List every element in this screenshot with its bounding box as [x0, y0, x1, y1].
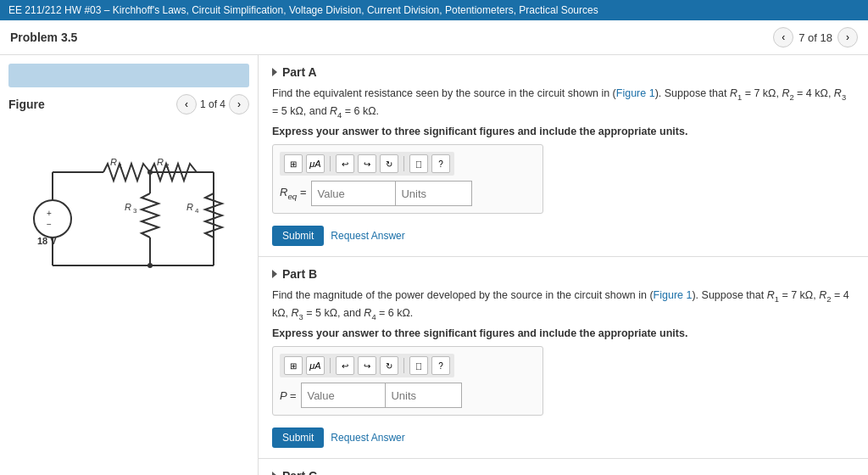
- part-c-title: Part C: [282, 469, 317, 475]
- part-a-request-button[interactable]: Request Answer: [331, 226, 404, 246]
- part-b-actions: Submit Request Answer: [272, 428, 854, 448]
- problem-header: Problem 3.5 ‹ 7 of 18 ›: [0, 20, 868, 55]
- keyboard-btn-a[interactable]: ⎕: [409, 154, 428, 173]
- part-a-toolbar: ⊞ μA ↩ ↪ ↻ ⎕ ?: [280, 152, 454, 176]
- top-nav-bar: EE 211/212 HW #03 – Kirchhoff's Laws, Ci…: [0, 0, 868, 20]
- part-b-header: Part B: [272, 267, 854, 281]
- svg-text:3: 3: [133, 207, 137, 215]
- part-b-units-input[interactable]: [386, 383, 462, 408]
- nav-controls: ‹ 7 of 18 ›: [773, 27, 858, 48]
- part-a-instruction: Express your answer to three significant…: [272, 126, 854, 137]
- figure-next-button[interactable]: ›: [229, 94, 249, 115]
- svg-text:R: R: [186, 202, 193, 212]
- part-b-input-row: P =: [280, 383, 536, 408]
- search-bar: [8, 64, 249, 87]
- svg-text:18 V: 18 V: [37, 236, 57, 246]
- part-b-toolbar: ⊞ μA ↩ ↪ ↻ ⎕ ?: [280, 354, 454, 377]
- part-a-title: Part A: [282, 65, 317, 79]
- part-b-answer-box: ⊞ μA ↩ ↪ ↻ ⎕ ? P =: [272, 346, 543, 416]
- part-c-toggle-icon[interactable]: [272, 472, 277, 475]
- figure-label: Figure: [8, 98, 45, 111]
- svg-text:4: 4: [195, 207, 199, 215]
- part-b-value-input[interactable]: [301, 383, 386, 408]
- part-b-eq-label: P =: [280, 389, 296, 402]
- next-button[interactable]: ›: [837, 27, 858, 48]
- part-a-section: Part A Find the equivalent resistance se…: [259, 55, 868, 257]
- redo-btn-a[interactable]: ↪: [358, 154, 376, 173]
- figure1-link-b[interactable]: Figure 1: [654, 289, 693, 301]
- grid-btn-a[interactable]: ⊞: [284, 154, 303, 173]
- prev-button[interactable]: ‹: [773, 27, 793, 48]
- help-btn-b[interactable]: ?: [431, 356, 450, 375]
- part-b-section: Part B Find the magnitude of the power d…: [259, 257, 868, 459]
- refresh-btn-b[interactable]: ↻: [380, 356, 398, 375]
- svg-text:+: +: [47, 209, 52, 218]
- redo-btn-b[interactable]: ↪: [358, 356, 376, 375]
- refresh-btn-a[interactable]: ↻: [380, 154, 398, 173]
- part-b-title: Part B: [282, 267, 317, 281]
- figure-header: Figure ‹ 1 of 4 ›: [8, 94, 249, 115]
- sep2-a: [403, 156, 404, 171]
- svg-text:−: −: [47, 220, 52, 229]
- mu-btn-b[interactable]: μA: [306, 356, 325, 375]
- part-b-request-button[interactable]: Request Answer: [331, 428, 404, 448]
- undo-btn-a[interactable]: ↩: [336, 154, 354, 173]
- part-a-submit-button[interactable]: Submit: [272, 226, 324, 246]
- part-a-header: Part A: [272, 65, 854, 79]
- main-layout: Figure ‹ 1 of 4 › + −: [0, 55, 868, 475]
- figure-prev-button[interactable]: ‹: [176, 94, 197, 115]
- part-a-description: Find the equivalent resistance seen by t…: [272, 86, 854, 120]
- part-b-instruction: Express your answer to three significant…: [272, 327, 854, 339]
- page-indicator: 7 of 18: [798, 31, 832, 44]
- sep1-a: [330, 156, 331, 171]
- part-a-units-input[interactable]: [396, 181, 472, 206]
- part-a-input-row: Req =: [280, 181, 536, 206]
- part-b-description: Find the magnitude of the power develope…: [272, 288, 854, 322]
- part-a-answer-box: ⊞ μA ↩ ↪ ↻ ⎕ ? Req =: [272, 144, 543, 214]
- svg-text:R: R: [157, 157, 164, 167]
- part-a-eq-label: Req =: [280, 186, 306, 201]
- sidebar: Figure ‹ 1 of 4 › + −: [0, 55, 259, 475]
- help-btn-a[interactable]: ?: [431, 154, 450, 173]
- content-area: Part A Find the equivalent resistance se…: [259, 55, 868, 475]
- part-b-submit-button[interactable]: Submit: [272, 428, 324, 448]
- figure1-link-a[interactable]: Figure 1: [616, 87, 655, 99]
- grid-btn-b[interactable]: ⊞: [284, 356, 303, 375]
- course-link[interactable]: EE 211/212 HW #03 – Kirchhoff's Laws, Ci…: [8, 4, 598, 16]
- keyboard-btn-b[interactable]: ⎕: [409, 356, 428, 375]
- part-a-toggle-icon[interactable]: [272, 68, 277, 76]
- mu-btn-a[interactable]: μA: [306, 154, 325, 173]
- sep1-b: [330, 358, 331, 373]
- svg-text:R: R: [110, 157, 117, 167]
- part-c-header: Part C: [272, 469, 854, 475]
- circuit-diagram: + − 18 V R 1 R 2 R 3 R: [19, 121, 239, 291]
- part-a-actions: Submit Request Answer: [272, 226, 854, 246]
- figure-nav: ‹ 1 of 4 ›: [176, 94, 249, 115]
- problem-title: Problem 3.5: [10, 31, 77, 44]
- undo-btn-b[interactable]: ↩: [336, 356, 354, 375]
- part-b-toggle-icon[interactable]: [272, 270, 277, 278]
- part-c-section: Part C Find the equivalent resistance se…: [259, 459, 868, 475]
- figure-page-indicator: 1 of 4: [200, 98, 225, 110]
- part-a-value-input[interactable]: [311, 181, 396, 206]
- sep2-b: [403, 358, 404, 373]
- svg-text:R: R: [125, 202, 131, 212]
- svg-point-5: [34, 200, 71, 238]
